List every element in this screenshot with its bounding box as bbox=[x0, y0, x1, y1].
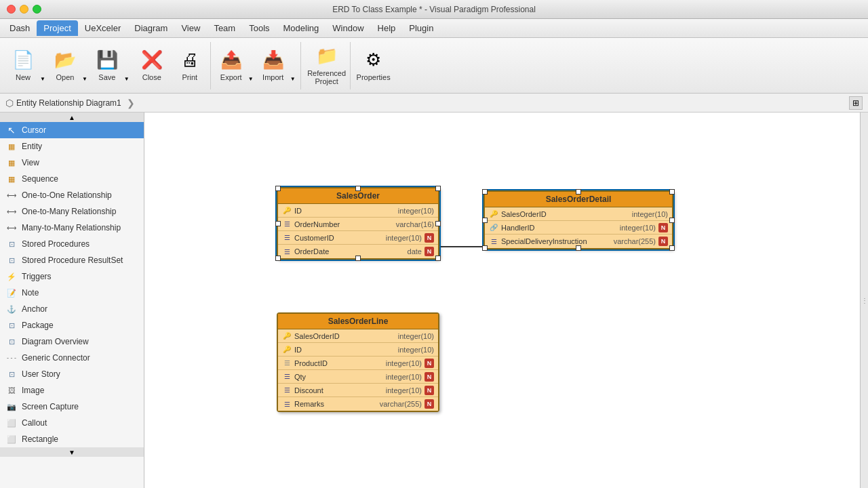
handle-tr[interactable] bbox=[435, 186, 441, 191]
toolbar: 📄 New ▼ 📂 Open ▼ 💾 Save ▼ bbox=[0, 38, 868, 94]
panel-item-note[interactable]: 📝 Note bbox=[0, 285, 144, 301]
entity-salesorderline-row-salesorderid: 🔑 SalesOrderID integer(10) bbox=[278, 329, 438, 343]
rectangle-icon: ⬜ bbox=[5, 435, 18, 444]
panel-item-rectangle[interactable]: ⬜ Rectangle bbox=[0, 431, 144, 447]
panel-item-callout[interactable]: ⬜ Callout bbox=[0, 415, 144, 431]
close-button[interactable]: ❌ Close bbox=[134, 44, 170, 87]
key-icon: 🔑 bbox=[282, 345, 292, 354]
panel-item-triggers[interactable]: ⚡ Triggers bbox=[0, 268, 144, 285]
referenced-project-icon: 📁 bbox=[316, 45, 338, 66]
export-button[interactable]: 📤 Export bbox=[216, 44, 246, 87]
menu-plugin[interactable]: Plugin bbox=[402, 20, 440, 36]
handle-bc[interactable] bbox=[576, 245, 581, 251]
canvas-svg bbox=[144, 113, 868, 488]
panel-item-diagram-overview[interactable]: ⊡ Diagram Overview bbox=[0, 333, 144, 350]
import-label: Import bbox=[262, 73, 283, 81]
breadcrumb-bar: ⬡ Entity Relationship Diagram1 ❯ ⊞ bbox=[0, 94, 868, 113]
menu-modeling[interactable]: Modeling bbox=[277, 20, 326, 36]
handle-ml[interactable] bbox=[275, 221, 281, 226]
print-button[interactable]: 🖨 Print bbox=[172, 44, 208, 87]
note-icon: 📝 bbox=[5, 289, 18, 298]
handle-tl[interactable] bbox=[275, 186, 281, 191]
stored-proc-resultset-icon: ⊡ bbox=[5, 256, 18, 265]
panel-item-screen-capture[interactable]: 📷 Screen Capture bbox=[0, 399, 144, 415]
panel-item-generic-connector[interactable]: - - - Generic Connector bbox=[0, 350, 144, 366]
handle-bl[interactable] bbox=[482, 245, 488, 251]
menu-diagram[interactable]: Diagram bbox=[127, 20, 174, 36]
panel-item-stored-proc-resultset[interactable]: ⊡ Stored Procedure ResultSet bbox=[0, 252, 144, 268]
handle-tr[interactable] bbox=[669, 189, 675, 195]
handle-bl[interactable] bbox=[275, 256, 281, 261]
anchor-icon: ⚓ bbox=[5, 305, 18, 314]
referenced-project-button[interactable]: 📁 ReferencedProject bbox=[307, 44, 347, 87]
handle-tc[interactable] bbox=[576, 189, 581, 195]
save-arrow[interactable]: ▼ bbox=[122, 44, 132, 87]
panel-scroll-down[interactable]: ▼ bbox=[0, 447, 144, 457]
handle-ml[interactable] bbox=[482, 218, 488, 223]
export-arrow[interactable]: ▼ bbox=[246, 44, 256, 87]
entity-salesorderline[interactable]: SalesOrderLine 🔑 SalesOrderID integer(10… bbox=[277, 312, 439, 412]
menu-uexceler[interactable]: UeXceler bbox=[78, 20, 127, 36]
package-icon: ⊡ bbox=[5, 321, 18, 330]
import-arrow[interactable]: ▼ bbox=[288, 44, 298, 87]
panel-item-cursor[interactable]: ↖ Cursor bbox=[0, 122, 144, 138]
panel-scroll-up[interactable]: ▲ bbox=[0, 113, 144, 122]
panel-item-one-to-one[interactable]: ⟷ One-to-One Relationship bbox=[0, 187, 144, 203]
handle-tc[interactable] bbox=[355, 186, 361, 191]
panel-item-entity[interactable]: ▦ Entity bbox=[0, 138, 144, 155]
panel-item-one-to-many-label: One-to-Many Relationship bbox=[22, 207, 116, 216]
menu-window[interactable]: Window bbox=[326, 20, 370, 36]
entity-salesorderdetail[interactable]: SalesOrderDetail 🔑 SalesOrderID integer(… bbox=[484, 190, 673, 249]
handle-tl[interactable] bbox=[482, 189, 488, 195]
open-arrow[interactable]: ▼ bbox=[80, 44, 90, 87]
menu-view[interactable]: View bbox=[174, 20, 207, 36]
handle-mr[interactable] bbox=[435, 221, 441, 226]
panel-item-view[interactable]: ▦ View bbox=[0, 155, 144, 171]
menu-dash[interactable]: Dash bbox=[3, 20, 37, 36]
panel-item-generic-connector-label: Generic Connector bbox=[22, 353, 90, 363]
properties-label: Properties bbox=[357, 73, 391, 81]
canvas[interactable]: SalesOrder 🔑 ID integer(10) ☰ OrderNumbe… bbox=[144, 113, 868, 488]
handle-mr[interactable] bbox=[669, 218, 675, 223]
close-button[interactable]: ✕ bbox=[7, 5, 16, 14]
panel-item-note-label: Note bbox=[22, 288, 39, 298]
open-button[interactable]: 📂 Open bbox=[50, 44, 80, 87]
save-button[interactable]: 💾 Save bbox=[92, 44, 122, 87]
menu-team[interactable]: Team bbox=[207, 20, 242, 36]
field-icon: ☰ bbox=[489, 237, 498, 246]
entity-salesorderline-header: SalesOrderLine bbox=[278, 314, 438, 329]
panel-item-sequence[interactable]: ▦ Sequence bbox=[0, 171, 144, 187]
new-arrow[interactable]: ▼ bbox=[38, 44, 47, 87]
handle-bc[interactable] bbox=[355, 256, 361, 261]
panel-item-stored-proc[interactable]: ⊡ Stored Procedures bbox=[0, 236, 144, 252]
panel-item-image[interactable]: 🖼 Image bbox=[0, 382, 144, 399]
properties-button[interactable]: ⚙ Properties bbox=[356, 44, 391, 87]
breadcrumb-item[interactable]: Entity Relationship Diagram1 bbox=[16, 98, 121, 108]
entity-salesorderline-row-productid: ☰ ProductID integer(10) N bbox=[278, 357, 438, 370]
menu-project[interactable]: Project bbox=[37, 20, 77, 36]
entity-salesorder[interactable]: SalesOrder 🔑 ID integer(10) ☰ OrderNumbe… bbox=[277, 187, 439, 260]
menu-tools[interactable]: Tools bbox=[242, 20, 276, 36]
save-icon: 💾 bbox=[96, 49, 118, 70]
handle-br[interactable] bbox=[669, 245, 675, 251]
minimize-button[interactable]: − bbox=[20, 5, 28, 14]
menu-help[interactable]: Help bbox=[371, 20, 403, 36]
panel-item-many-to-many[interactable]: ⟷ Many-to-Many Relationship bbox=[0, 220, 144, 236]
panel-item-anchor[interactable]: ⚓ Anchor bbox=[0, 301, 144, 317]
entity-salesorderline-row-remarks: ☰ Remarks varchar(255) N bbox=[278, 397, 438, 411]
export-icon: 📤 bbox=[220, 49, 242, 70]
entity-salesorder-row-ordernumber: ☰ OrderNumber varchar(16) bbox=[278, 218, 438, 231]
null-badge: N bbox=[425, 247, 434, 256]
import-button[interactable]: 📥 Import bbox=[258, 44, 288, 87]
null-badge: N bbox=[425, 386, 434, 395]
panel-item-one-to-many[interactable]: ⟷ One-to-Many Relationship bbox=[0, 203, 144, 220]
open-icon: 📂 bbox=[54, 49, 76, 70]
new-button[interactable]: 📄 New bbox=[8, 44, 38, 87]
null-badge: N bbox=[425, 233, 434, 243]
diagram-view-toggle[interactable]: ⊞ bbox=[849, 96, 863, 110]
panel-item-user-story[interactable]: ⊡ User Story bbox=[0, 366, 144, 382]
maximize-button[interactable]: + bbox=[33, 5, 41, 14]
panel-item-package[interactable]: ⊡ Package bbox=[0, 317, 144, 333]
right-panel-handle[interactable]: ⋮ bbox=[860, 113, 868, 488]
handle-br[interactable] bbox=[435, 256, 441, 261]
